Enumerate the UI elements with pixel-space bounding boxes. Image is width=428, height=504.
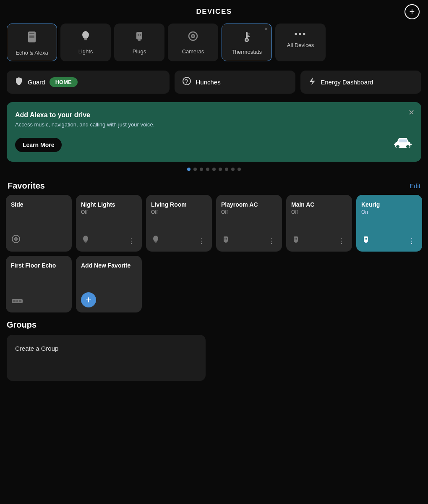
svg-rect-38 bbox=[224, 236, 228, 242]
add-device-button[interactable]: + bbox=[405, 4, 420, 19]
plug-icon-main-ac bbox=[291, 235, 300, 247]
energy-dashboard-button[interactable]: Energy Dashboard bbox=[300, 71, 421, 94]
device-category-tabs: Echo & Alexa Lights Plugs bbox=[0, 24, 428, 61]
svg-rect-43 bbox=[295, 238, 296, 240]
svg-rect-46 bbox=[364, 236, 368, 242]
svg-rect-6 bbox=[84, 38, 87, 39]
dot-3[interactable] bbox=[200, 168, 203, 171]
plug-icon-playroom-ac bbox=[221, 235, 230, 247]
banner-footer: Learn More bbox=[15, 135, 413, 154]
fav-card-name-first-floor-echo: First Floor Echo bbox=[11, 262, 67, 269]
svg-rect-49 bbox=[365, 242, 367, 243]
tab-all-devices[interactable]: ••• All Devices bbox=[275, 24, 326, 61]
tab-echo-alexa[interactable]: Echo & Alexa bbox=[7, 24, 57, 61]
add-fav-bottom: + bbox=[81, 292, 137, 307]
svg-rect-3 bbox=[29, 36, 34, 37]
dot-5[interactable] bbox=[212, 168, 216, 171]
learn-more-button[interactable]: Learn More bbox=[15, 138, 62, 152]
tab-cameras[interactable]: Cameras bbox=[168, 24, 218, 61]
svg-rect-10 bbox=[140, 34, 141, 36]
svg-rect-34 bbox=[85, 242, 86, 243]
add-favorite-icon: + bbox=[81, 292, 96, 307]
svg-point-31 bbox=[15, 238, 17, 240]
create-group-card[interactable]: Create a Group bbox=[7, 335, 206, 381]
svg-rect-33 bbox=[84, 241, 87, 242]
fav-card-bottom-side bbox=[11, 234, 67, 247]
svg-rect-44 bbox=[296, 238, 298, 240]
groups-section: Groups Create a Group bbox=[0, 312, 428, 381]
fav-card-bottom-first-floor-echo bbox=[11, 297, 67, 307]
tab-thermostats[interactable]: ✕ Thermostats bbox=[222, 24, 272, 61]
fav-card-menu-keurig[interactable]: ⋮ bbox=[406, 235, 417, 246]
fav-card-name-playroom-ac: Playroom AC bbox=[221, 201, 277, 208]
plug-icon-keurig bbox=[361, 235, 371, 247]
favorites-title: Favorites bbox=[8, 181, 45, 191]
svg-rect-36 bbox=[154, 241, 157, 242]
svg-rect-15 bbox=[246, 32, 248, 39]
camera-icon bbox=[11, 234, 21, 247]
fav-card-name-side: Side bbox=[11, 201, 67, 208]
fav-card-bottom-night-lights: ⋮ bbox=[81, 235, 137, 247]
svg-rect-48 bbox=[366, 238, 368, 240]
fav-card-menu-night-lights[interactable]: ⋮ bbox=[126, 235, 137, 246]
banner-close-button[interactable]: ✕ bbox=[408, 108, 415, 117]
favorite-card-night-lights[interactable]: Night Lights Off ⋮ bbox=[76, 195, 142, 252]
tab-lights[interactable]: Lights bbox=[60, 24, 111, 61]
home-badge: HOME bbox=[50, 77, 78, 87]
dot-2[interactable] bbox=[193, 168, 197, 171]
all-devices-icon: ••• bbox=[294, 29, 306, 39]
dot-8[interactable] bbox=[231, 168, 235, 171]
bulb-icon-night-lights bbox=[81, 235, 90, 247]
guard-label: Guard bbox=[28, 79, 45, 86]
fav-card-menu-playroom-ac[interactable]: ⋮ bbox=[266, 235, 277, 246]
svg-rect-42 bbox=[294, 236, 298, 242]
fav-card-menu-living-room[interactable]: ⋮ bbox=[196, 235, 207, 246]
dot-1[interactable] bbox=[187, 168, 191, 171]
dot-9[interactable] bbox=[237, 168, 241, 171]
svg-rect-39 bbox=[224, 238, 226, 240]
svg-rect-47 bbox=[365, 238, 366, 240]
favorite-card-keurig[interactable]: Keurig On ⋮ bbox=[356, 195, 422, 252]
svg-point-14 bbox=[192, 35, 194, 37]
dot-4[interactable] bbox=[206, 168, 209, 171]
fav-card-menu-main-ac[interactable]: ⋮ bbox=[336, 235, 347, 246]
tab-thermostats-label: Thermostats bbox=[232, 49, 262, 55]
svg-rect-4 bbox=[29, 37, 34, 38]
svg-rect-9 bbox=[138, 34, 139, 36]
banner-title: Add Alexa to your drive bbox=[15, 111, 413, 119]
fav-card-status-night-lights: Off bbox=[81, 209, 137, 215]
tab-all-devices-label: All Devices bbox=[287, 42, 314, 48]
favorites-edit-button[interactable]: Edit bbox=[410, 182, 420, 189]
dot-6[interactable] bbox=[219, 168, 222, 171]
svg-rect-1 bbox=[29, 33, 34, 34]
favorite-card-living-room[interactable]: Living Room Off ⋮ bbox=[146, 195, 212, 252]
svg-rect-2 bbox=[29, 35, 34, 36]
svg-point-35 bbox=[153, 236, 158, 242]
bulb-icon-living-room bbox=[151, 235, 160, 247]
add-new-favorite-label: Add New Favorite bbox=[81, 262, 137, 269]
svg-rect-51 bbox=[13, 300, 16, 302]
empty-cell-2 bbox=[216, 256, 282, 312]
groups-title: Groups bbox=[7, 320, 421, 330]
fav-card-name-night-lights: Night Lights bbox=[81, 201, 137, 208]
fav-card-status-keurig: On bbox=[361, 209, 417, 215]
thermostat-close-icon[interactable]: ✕ bbox=[264, 26, 268, 32]
favorite-card-side[interactable]: Side bbox=[6, 195, 72, 252]
svg-rect-25 bbox=[406, 145, 410, 148]
tab-echo-alexa-label: Echo & Alexa bbox=[16, 50, 48, 56]
svg-rect-53 bbox=[19, 300, 21, 302]
guard-button[interactable]: Guard HOME bbox=[7, 71, 170, 94]
empty-cell-3 bbox=[286, 256, 352, 312]
dot-7[interactable] bbox=[225, 168, 228, 171]
tab-plugs[interactable]: Plugs bbox=[114, 24, 164, 61]
favorite-card-playroom-ac[interactable]: Playroom AC Off ⋮ bbox=[216, 195, 282, 252]
fav-card-name-living-room: Living Room bbox=[151, 201, 207, 208]
hunches-button[interactable]: Hunches bbox=[175, 71, 295, 94]
favorite-card-main-ac[interactable]: Main AC Off ⋮ bbox=[286, 195, 352, 252]
add-new-favorite-card[interactable]: Add New Favorite + bbox=[76, 256, 142, 312]
car-icon bbox=[393, 135, 413, 154]
favorite-card-first-floor-echo[interactable]: First Floor Echo bbox=[6, 256, 72, 312]
lights-icon bbox=[79, 29, 92, 45]
echo-alexa-icon bbox=[25, 30, 39, 46]
page-header: DEVICES + bbox=[0, 0, 428, 24]
